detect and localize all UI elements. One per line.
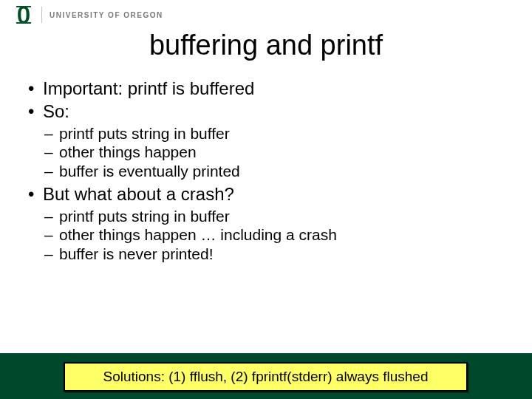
slide-title: buffering and printf (0, 30, 532, 61)
subbullet-item: buffer is never printed! (43, 245, 505, 264)
svg-rect-1 (16, 6, 31, 7)
subbullet-item: buffer is eventually printed (43, 162, 505, 181)
subbullet-item: printf puts string in buffer (43, 207, 505, 226)
bullet-item: So: printf puts string in buffer other t… (27, 100, 505, 180)
org-name: UNIVERSITY OF OREGON (50, 11, 163, 19)
header: UNIVERSITY OF OREGON (0, 0, 532, 25)
bullet-text: But what about a crash? (43, 184, 234, 204)
subbullet-item: other things happen (43, 143, 505, 162)
subbullet-item: printf puts string in buffer (43, 124, 505, 143)
solution-callout: Solutions: (1) fflush, (2) fprintf(stder… (64, 362, 468, 392)
bullet-text: Important: printf is buffered (43, 78, 254, 98)
solution-text: Solutions: (1) fflush, (2) fprintf(stder… (103, 369, 429, 384)
bullet-item: But what about a crash? printf puts stri… (27, 183, 505, 263)
uo-logo-icon (13, 4, 34, 25)
slide-body: Important: printf is buffered So: printf… (0, 61, 532, 263)
bullet-item: Important: printf is buffered (27, 78, 505, 99)
svg-rect-0 (16, 22, 31, 24)
header-divider (41, 7, 42, 23)
slide: UNIVERSITY OF OREGON buffering and print… (0, 0, 532, 399)
bullet-text: So: (43, 101, 69, 121)
subbullet-item: other things happen … including a crash (43, 225, 505, 245)
